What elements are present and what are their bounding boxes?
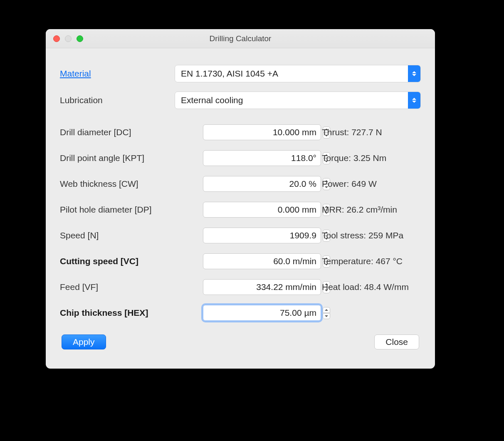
spinner [203,279,312,295]
result-label: MRR: 26.2 cm³/min [312,205,421,215]
param-input[interactable] [203,150,321,166]
close-window-button[interactable] [53,35,60,42]
param-label: Web thickness [CW] [60,179,203,189]
param-row: Pilot hole diameter [DP]MRR: 26.2 cm³/mi… [60,201,421,219]
spinner [203,253,312,269]
param-input[interactable] [203,176,321,192]
chevron-updown-icon [408,65,420,82]
spinner [203,124,312,140]
result-label: Power: 649 W [312,179,421,189]
minimize-window-button[interactable] [65,35,72,42]
lubrication-select-value: External cooling [181,95,243,105]
drilling-calculator-window: Drilling Calculator Material EN 1.1730, … [46,29,435,369]
param-row: Drill diameter [DC]Thrust: 727.7 N [60,123,421,141]
content-area: Material EN 1.1730, AISI 1045 +A Lubrica… [46,48,435,361]
material-row: Material EN 1.1730, AISI 1045 +A [60,65,421,82]
param-label: Drill diameter [DC] [60,127,203,137]
param-label: Pilot hole diameter [DP] [60,205,203,215]
traffic-lights [46,35,83,42]
param-input[interactable] [203,228,321,243]
param-input[interactable] [203,253,321,269]
titlebar: Drilling Calculator [46,29,435,48]
stepper-up[interactable] [323,307,330,313]
lubrication-row: Lubrication External cooling [60,92,421,109]
param-input[interactable] [203,305,321,321]
zoom-window-button[interactable] [77,35,83,42]
spinner [203,176,312,192]
result-label: Heat load: 48.4 W/mm [312,282,421,292]
spinner [203,202,312,218]
lubrication-label: Lubrication [60,95,175,105]
param-label: Drill point angle [KPT] [60,153,203,163]
material-select-value: EN 1.1730, AISI 1045 +A [181,69,278,79]
spinner [203,150,312,166]
material-label-link[interactable]: Material [60,69,175,79]
param-input[interactable] [203,202,321,218]
param-label: Speed [N] [60,230,203,240]
result-label: Torque: 3.25 Nm [312,153,421,163]
param-row: Cutting speed [VC]Temperature: 467 °C [60,252,421,270]
param-input[interactable] [203,124,321,140]
param-row: Web thickness [CW]Power: 649 W [60,175,421,193]
param-row: Feed [VF]Heat load: 48.4 W/mm [60,278,421,296]
result-label: Thrust: 727.7 N [312,127,421,137]
stepper-down[interactable] [323,313,330,319]
param-row: Drill point angle [KPT]Torque: 3.25 Nm [60,149,421,167]
param-label: Chip thickness [HEX] [60,308,203,318]
chevron-updown-icon [408,92,420,109]
stepper [323,307,330,319]
result-label: Temperature: 467 °C [312,256,421,266]
result-label: Tool stress: 259 MPa [312,230,421,240]
footer: Apply Close [60,334,421,349]
material-select[interactable]: EN 1.1730, AISI 1045 +A [175,65,421,82]
apply-button[interactable]: Apply [62,334,106,349]
lubrication-select[interactable]: External cooling [175,92,421,109]
param-input[interactable] [203,279,321,295]
param-row: Speed [N]Tool stress: 259 MPa [60,226,421,245]
window-title: Drilling Calculator [46,34,435,43]
spinner [203,305,312,321]
close-button[interactable]: Close [374,334,419,349]
param-label: Cutting speed [VC] [60,256,203,266]
param-label: Feed [VF] [60,282,203,292]
param-row: Chip thickness [HEX] [60,304,421,322]
spinner [203,228,312,243]
